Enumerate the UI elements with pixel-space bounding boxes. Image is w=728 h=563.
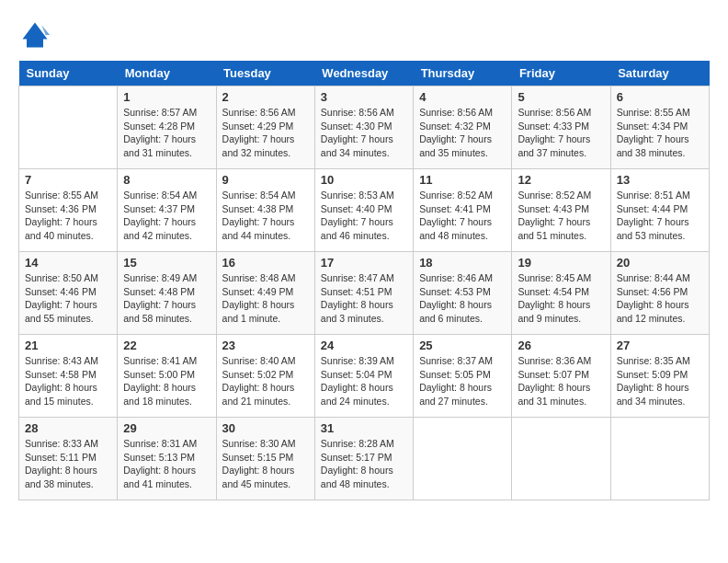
day-detail: Sunrise: 8:52 AMSunset: 4:43 PMDaylight:… [518, 189, 604, 243]
day-number: 25 [419, 339, 506, 352]
day-cell: 15Sunrise: 8:49 AMSunset: 4:48 PMDayligh… [118, 252, 216, 335]
day-detail: Sunrise: 8:51 AMSunset: 4:44 PMDaylight:… [617, 189, 703, 243]
day-detail: Sunrise: 8:31 AMSunset: 5:13 PMDaylight:… [123, 437, 210, 491]
day-cell [19, 86, 118, 169]
day-detail: Sunrise: 8:54 AMSunset: 4:38 PMDaylight:… [222, 189, 309, 243]
day-cell: 22Sunrise: 8:41 AMSunset: 5:00 PMDayligh… [118, 335, 216, 418]
day-detail: Sunrise: 8:37 AMSunset: 5:05 PMDaylight:… [419, 354, 506, 408]
day-cell: 12Sunrise: 8:52 AMSunset: 4:43 PMDayligh… [512, 169, 610, 252]
day-number: 9 [222, 173, 309, 187]
day-detail: Sunrise: 8:56 AMSunset: 4:32 PMDaylight:… [419, 106, 506, 160]
day-cell: 21Sunrise: 8:43 AMSunset: 4:58 PMDayligh… [19, 335, 118, 418]
day-cell: 28Sunrise: 8:33 AMSunset: 5:11 PMDayligh… [19, 418, 118, 500]
calendar-table: SundayMondayTuesdayWednesdayThursdayFrid… [18, 61, 710, 500]
day-cell: 19Sunrise: 8:45 AMSunset: 4:54 PMDayligh… [512, 252, 610, 335]
day-detail: Sunrise: 8:43 AMSunset: 4:58 PMDaylight:… [25, 354, 111, 408]
day-detail: Sunrise: 8:30 AMSunset: 5:15 PMDaylight:… [222, 437, 309, 491]
day-cell: 23Sunrise: 8:40 AMSunset: 5:02 PMDayligh… [216, 335, 314, 418]
day-cell: 1Sunrise: 8:57 AMSunset: 4:28 PMDaylight… [118, 86, 216, 169]
day-number: 10 [321, 173, 407, 187]
day-number: 6 [617, 90, 703, 104]
day-detail: Sunrise: 8:33 AMSunset: 5:11 PMDaylight:… [25, 437, 111, 491]
day-number: 14 [25, 256, 111, 270]
day-number: 27 [617, 339, 703, 352]
day-header-wednesday: Wednesday [314, 61, 413, 86]
day-detail: Sunrise: 8:41 AMSunset: 5:00 PMDaylight:… [123, 354, 210, 408]
day-cell: 3Sunrise: 8:56 AMSunset: 4:30 PMDaylight… [314, 86, 413, 169]
day-detail: Sunrise: 8:56 AMSunset: 4:30 PMDaylight:… [321, 106, 407, 160]
day-number: 31 [321, 421, 407, 435]
day-number: 16 [222, 256, 309, 270]
day-number: 1 [123, 90, 210, 104]
day-cell [414, 418, 512, 500]
day-cell: 4Sunrise: 8:56 AMSunset: 4:32 PMDaylight… [414, 86, 512, 169]
day-detail: Sunrise: 8:50 AMSunset: 4:46 PMDaylight:… [25, 271, 111, 326]
day-detail: Sunrise: 8:28 AMSunset: 5:17 PMDaylight:… [321, 437, 407, 491]
day-cell: 31Sunrise: 8:28 AMSunset: 5:17 PMDayligh… [314, 418, 413, 500]
week-row-2: 7Sunrise: 8:55 AMSunset: 4:36 PMDaylight… [19, 169, 710, 252]
page-header [18, 18, 710, 52]
day-cell: 11Sunrise: 8:52 AMSunset: 4:41 PMDayligh… [414, 169, 512, 252]
day-number: 4 [419, 90, 506, 104]
day-number: 13 [617, 173, 703, 187]
day-cell: 7Sunrise: 8:55 AMSunset: 4:36 PMDaylight… [19, 169, 118, 252]
day-cell: 17Sunrise: 8:47 AMSunset: 4:51 PMDayligh… [314, 252, 413, 335]
day-number: 11 [419, 173, 506, 187]
day-cell: 9Sunrise: 8:54 AMSunset: 4:38 PMDaylight… [216, 169, 314, 252]
day-header-sunday: Sunday [19, 61, 118, 86]
day-number: 26 [518, 339, 604, 352]
day-detail: Sunrise: 8:57 AMSunset: 4:28 PMDaylight:… [123, 106, 210, 160]
day-header-thursday: Thursday [414, 61, 512, 86]
day-number: 5 [518, 90, 604, 104]
day-detail: Sunrise: 8:56 AMSunset: 4:29 PMDaylight:… [222, 106, 309, 160]
day-detail: Sunrise: 8:39 AMSunset: 5:04 PMDaylight:… [321, 354, 407, 408]
day-detail: Sunrise: 8:48 AMSunset: 4:49 PMDaylight:… [222, 271, 309, 326]
day-cell: 14Sunrise: 8:50 AMSunset: 4:46 PMDayligh… [19, 252, 118, 335]
day-number: 21 [25, 339, 111, 352]
day-header-row: SundayMondayTuesdayWednesdayThursdayFrid… [19, 61, 710, 86]
day-detail: Sunrise: 8:35 AMSunset: 5:09 PMDaylight:… [617, 354, 703, 408]
day-detail: Sunrise: 8:53 AMSunset: 4:40 PMDaylight:… [321, 189, 407, 243]
day-number: 24 [321, 339, 407, 352]
day-cell: 8Sunrise: 8:54 AMSunset: 4:37 PMDaylight… [118, 169, 216, 252]
day-cell: 29Sunrise: 8:31 AMSunset: 5:13 PMDayligh… [118, 418, 216, 500]
week-row-1: 1Sunrise: 8:57 AMSunset: 4:28 PMDaylight… [19, 86, 710, 169]
day-number: 20 [617, 256, 703, 270]
day-number: 19 [518, 256, 604, 270]
day-detail: Sunrise: 8:55 AMSunset: 4:36 PMDaylight:… [25, 189, 111, 243]
day-number: 17 [321, 256, 407, 270]
logo-icon [18, 18, 51, 52]
day-number: 3 [321, 90, 407, 104]
day-cell: 25Sunrise: 8:37 AMSunset: 5:05 PMDayligh… [414, 335, 512, 418]
logo [18, 18, 55, 52]
day-detail: Sunrise: 8:44 AMSunset: 4:56 PMDaylight:… [617, 271, 703, 326]
day-number: 29 [123, 421, 210, 435]
day-detail: Sunrise: 8:49 AMSunset: 4:48 PMDaylight:… [123, 271, 210, 326]
day-cell: 6Sunrise: 8:55 AMSunset: 4:34 PMDaylight… [610, 86, 709, 169]
week-row-5: 28Sunrise: 8:33 AMSunset: 5:11 PMDayligh… [19, 418, 710, 500]
day-cell [512, 418, 610, 500]
day-header-monday: Monday [118, 61, 216, 86]
day-cell: 20Sunrise: 8:44 AMSunset: 4:56 PMDayligh… [610, 252, 709, 335]
day-cell: 13Sunrise: 8:51 AMSunset: 4:44 PMDayligh… [610, 169, 709, 252]
day-cell: 16Sunrise: 8:48 AMSunset: 4:49 PMDayligh… [216, 252, 314, 335]
week-row-3: 14Sunrise: 8:50 AMSunset: 4:46 PMDayligh… [19, 252, 710, 335]
day-cell: 18Sunrise: 8:46 AMSunset: 4:53 PMDayligh… [414, 252, 512, 335]
day-detail: Sunrise: 8:47 AMSunset: 4:51 PMDaylight:… [321, 271, 407, 326]
day-detail: Sunrise: 8:56 AMSunset: 4:33 PMDaylight:… [518, 106, 604, 160]
day-detail: Sunrise: 8:55 AMSunset: 4:34 PMDaylight:… [617, 106, 703, 160]
day-header-friday: Friday [512, 61, 610, 86]
day-header-saturday: Saturday [610, 61, 709, 86]
day-number: 22 [123, 339, 210, 352]
day-cell: 5Sunrise: 8:56 AMSunset: 4:33 PMDaylight… [512, 86, 610, 169]
day-number: 30 [222, 421, 309, 435]
day-detail: Sunrise: 8:40 AMSunset: 5:02 PMDaylight:… [222, 354, 309, 408]
day-number: 28 [25, 421, 111, 435]
day-detail: Sunrise: 8:46 AMSunset: 4:53 PMDaylight:… [419, 271, 506, 326]
day-cell: 27Sunrise: 8:35 AMSunset: 5:09 PMDayligh… [610, 335, 709, 418]
day-cell: 26Sunrise: 8:36 AMSunset: 5:07 PMDayligh… [512, 335, 610, 418]
day-number: 18 [419, 256, 506, 270]
day-detail: Sunrise: 8:54 AMSunset: 4:37 PMDaylight:… [123, 189, 210, 243]
day-number: 7 [25, 173, 111, 187]
day-number: 15 [123, 256, 210, 270]
